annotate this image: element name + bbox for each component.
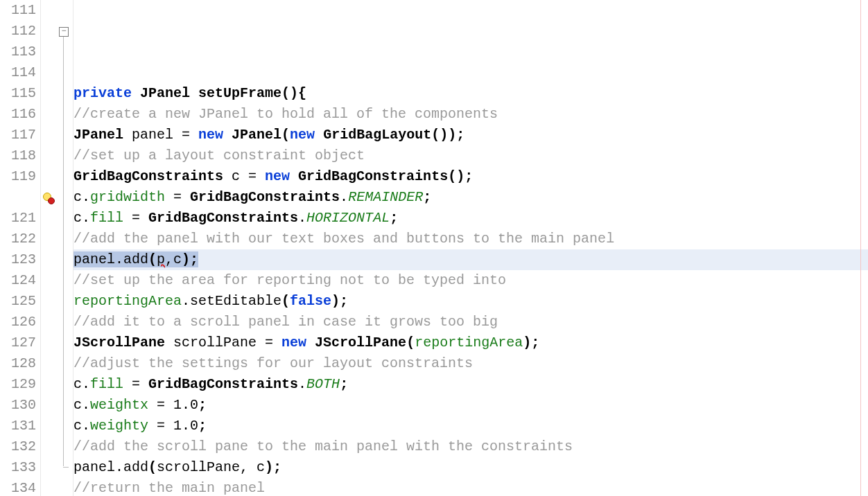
code-line[interactable]: //set up the area for reporting not to b…: [73, 270, 868, 291]
code-token: GridBagLayout: [323, 127, 431, 143]
code-line[interactable]: c.fill = GridBagConstraints.BOTH;: [73, 374, 868, 395]
code-line[interactable]: //return the main panel: [73, 478, 868, 496]
code-token: );: [182, 251, 198, 267]
code-token: //return the main panel: [73, 480, 265, 496]
code-token: (: [281, 127, 290, 143]
code-token: GridBagConstraints: [148, 210, 298, 226]
code-token: =: [148, 418, 173, 434]
line-number[interactable]: 133: [0, 457, 36, 478]
line-number[interactable]: 128: [0, 353, 36, 374]
line-number[interactable]: 127: [0, 333, 36, 353]
line-number[interactable]: 129: [0, 374, 36, 395]
code-token: JPanel: [140, 85, 190, 101]
code-line[interactable]: reportingArea.setEditable(false);: [73, 291, 868, 312]
code-token: c.: [73, 189, 90, 205]
code-token: (: [281, 293, 290, 309]
code-token: new: [290, 127, 315, 143]
code-token: .: [298, 210, 306, 226]
code-line[interactable]: //add it to a scroll panel in case it gr…: [73, 312, 868, 333]
code-line[interactable]: //add the panel with our text boxes and …: [73, 229, 868, 249]
code-line[interactable]: c.gridwidth = GridBagConstraints.REMAIND…: [73, 187, 868, 208]
code-token: new: [281, 335, 306, 351]
code-token: scrollPane =: [165, 335, 281, 351]
code-token: ;: [198, 418, 207, 434]
code-editor[interactable]: 1111121131141151161171181191211221231241…: [0, 0, 868, 496]
code-token: //create a new JPanel to hold all of the…: [73, 106, 498, 122]
code-token: [315, 127, 323, 143]
code-token: fill: [90, 210, 123, 226]
code-token: panel.add: [73, 459, 148, 475]
code-token: ;: [198, 397, 207, 413]
code-token: JPanel: [73, 127, 123, 143]
code-token: );: [523, 335, 539, 351]
code-token: (: [148, 251, 157, 267]
line-number[interactable]: [0, 187, 36, 208]
code-token: //set up a layout constraint object: [73, 148, 365, 163]
line-number[interactable]: 114: [0, 62, 36, 83]
line-number[interactable]: 111: [0, 0, 36, 21]
line-number[interactable]: 112: [0, 21, 36, 42]
code-line[interactable]: panel.add(scrollPane, c);: [73, 457, 868, 478]
code-token: //add the scroll pane to the main panel …: [73, 439, 573, 454]
error-lightbulb-icon[interactable]: [42, 192, 53, 203]
code-token: ;: [340, 376, 348, 392]
line-number[interactable]: 123: [0, 249, 36, 270]
code-token: scrollPane, c: [157, 459, 265, 475]
code-line[interactable]: GridBagConstraints c = new GridBagConstr…: [73, 166, 868, 187]
code-token: (: [406, 335, 415, 351]
line-number[interactable]: 125: [0, 291, 36, 312]
code-token: fill: [90, 376, 123, 392]
line-number[interactable]: 132: [0, 436, 36, 457]
line-number[interactable]: 113: [0, 42, 36, 62]
code-token: //add the panel with our text boxes and …: [73, 231, 614, 247]
code-token: [223, 127, 232, 143]
code-token: //adjust the settings for our layout con…: [73, 355, 473, 371]
code-line[interactable]: //add the scroll pane to the main panel …: [73, 436, 868, 457]
code-token: [132, 85, 140, 101]
code-token: .setEditable: [182, 293, 281, 309]
code-line[interactable]: JScrollPane scrollPane = new JScrollPane…: [73, 333, 868, 353]
code-token: c.: [73, 397, 90, 413]
line-number-gutter[interactable]: 1111121131141151161171181191211221231241…: [0, 0, 41, 496]
line-number[interactable]: 116: [0, 104, 36, 125]
code-token: setUpFrame: [198, 85, 281, 101]
fold-toggle-icon[interactable]: −: [59, 27, 69, 37]
code-line[interactable]: private JPanel setUpFrame(){: [73, 83, 868, 104]
code-token: JScrollPane: [315, 335, 406, 351]
code-area[interactable]: private JPanel setUpFrame(){//create a n…: [73, 0, 868, 496]
code-token: reportingArea: [415, 335, 523, 351]
line-number[interactable]: 131: [0, 416, 36, 436]
code-line[interactable]: panel.add(p,c);: [73, 249, 868, 270]
code-line[interactable]: //adjust the settings for our layout con…: [73, 353, 868, 374]
code-token: ();: [448, 168, 473, 184]
code-token: );: [265, 459, 281, 475]
code-token: c =: [223, 168, 265, 184]
code-line[interactable]: //set up a layout constraint object: [73, 145, 868, 166]
line-number[interactable]: 121: [0, 208, 36, 229]
code-token: [190, 85, 198, 101]
code-token: gridwidth: [90, 189, 165, 205]
code-token: =: [148, 397, 173, 413]
code-token: (){: [281, 85, 306, 101]
fold-column[interactable]: −: [55, 0, 73, 496]
code-token: private: [73, 85, 132, 101]
code-token: REMAINDER: [348, 189, 423, 205]
line-number[interactable]: 117: [0, 125, 36, 145]
code-line[interactable]: //create a new JPanel to hold all of the…: [73, 104, 868, 125]
line-number[interactable]: 134: [0, 478, 36, 496]
line-number[interactable]: 119: [0, 166, 36, 187]
code-line[interactable]: c.fill = GridBagConstraints.HORIZONTAL;: [73, 208, 868, 229]
line-number[interactable]: 130: [0, 395, 36, 416]
line-number[interactable]: 122: [0, 229, 36, 249]
code-line[interactable]: [73, 62, 868, 83]
line-number[interactable]: 118: [0, 145, 36, 166]
marker-column[interactable]: [41, 0, 55, 496]
code-token: panel =: [123, 127, 198, 143]
line-number[interactable]: 124: [0, 270, 36, 291]
code-line[interactable]: JPanel panel = new JPanel(new GridBagLay…: [73, 125, 868, 145]
code-token: //set up the area for reporting not to b…: [73, 272, 506, 288]
code-line[interactable]: c.weighty = 1.0;: [73, 416, 868, 436]
line-number[interactable]: 115: [0, 83, 36, 104]
code-line[interactable]: c.weightx = 1.0;: [73, 395, 868, 416]
line-number[interactable]: 126: [0, 312, 36, 333]
